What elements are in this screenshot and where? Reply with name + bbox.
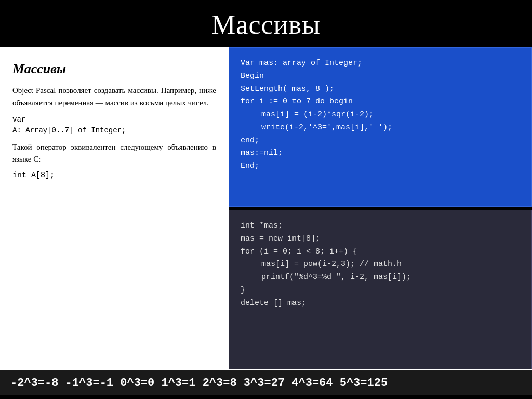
page-title: Массивы (0, 0, 532, 47)
pascal-line-9: End; (241, 160, 520, 173)
left-code1: var A: Array[0..7] of Integer; (12, 114, 216, 136)
c-line-6: } (241, 284, 520, 297)
right-panel: Var mas: array of Integer; Begin SetLeng… (229, 47, 532, 369)
c-line-5: printf("%d^3=%d ", i-2, mas[i]); (241, 271, 520, 284)
left-code2: int A[8]; (12, 169, 216, 181)
left-para2: Такой оператор эквивалентен следующему о… (12, 141, 216, 166)
c-line-7: delete [] mas; (241, 297, 520, 310)
pascal-line-1: Var mas: array of Integer; (241, 57, 520, 70)
pascal-line-5: mas[i] = (i-2)*sqr(i-2); (241, 109, 520, 122)
left-heading: Массивы (12, 59, 216, 79)
left-para1: Object Pascal позволяет создавать массив… (12, 85, 216, 109)
pascal-line-6: write(i-2,'^3=',mas[i],' '); (241, 122, 520, 135)
pascal-line-4: for i := 0 to 7 do begin (241, 96, 520, 109)
left-panel: Массивы Object Pascal позволяет создават… (0, 47, 229, 369)
pascal-line-2: Begin (241, 70, 520, 83)
pascal-line-3: SetLength( mas, 8 ); (241, 83, 520, 96)
pascal-line-8: mas:=nil; (241, 147, 520, 160)
c-line-1: int *mas; (241, 220, 520, 233)
bottom-bar-text: -2^3=-8 -1^3=-1 0^3=0 1^3=1 2^3=8 3^3=27… (10, 377, 388, 390)
c-line-3: for (i = 0; i < 8; i++) { (241, 246, 520, 259)
code-box-c: int *mas; mas = new int[8]; for (i = 0; … (229, 210, 532, 369)
code-box-pascal: Var mas: array of Integer; Begin SetLeng… (229, 47, 532, 207)
c-line-2: mas = new int[8]; (241, 233, 520, 246)
bottom-bar: -2^3=-8 -1^3=-1 0^3=0 1^3=1 2^3=8 3^3=27… (0, 369, 532, 395)
c-line-4: mas[i] = pow(i-2,3); // math.h (241, 258, 520, 271)
pascal-line-7: end; (241, 135, 520, 148)
